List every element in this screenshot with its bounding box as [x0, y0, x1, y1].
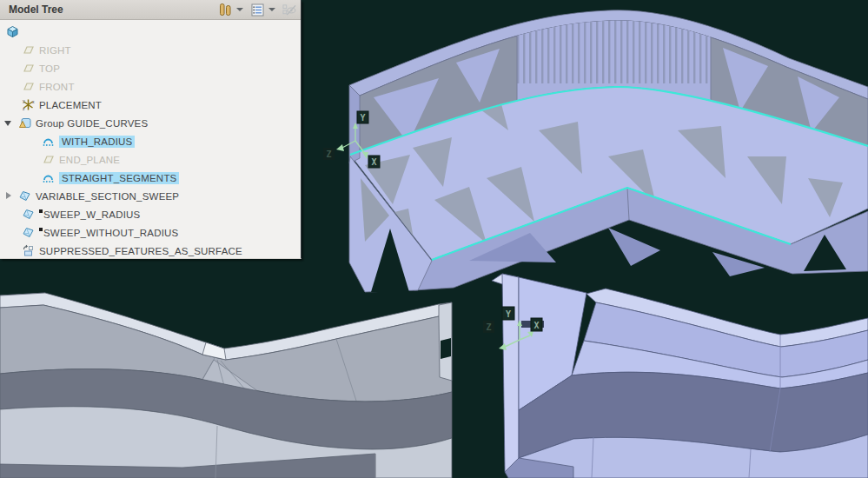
- expander-collapse-icon[interactable]: [3, 118, 13, 128]
- suppressed-feature-icon: [22, 244, 35, 257]
- tree-item-label: TOP: [39, 63, 60, 74]
- tree-settings-button[interactable]: [249, 2, 265, 17]
- tree-item-label: PLACEMENT: [39, 100, 102, 110]
- tree-item-label: WITH_RADIUS: [59, 136, 135, 148]
- tree-root-node[interactable]: [0, 23, 301, 41]
- tree-item-top[interactable]: TOP: [0, 59, 301, 77]
- tree-item-label: SWEEP_WITHOUT_RADIUS: [43, 228, 178, 238]
- tree-item-label: FRONT: [39, 82, 75, 92]
- chevron-down-icon[interactable]: [236, 8, 243, 11]
- sketch-curve-icon: [42, 135, 55, 148]
- axis-label-x: X: [533, 321, 539, 330]
- tree-item-label: Group GUIDE_CURVES: [36, 118, 148, 129]
- show-hidden-items-icon: [282, 3, 296, 17]
- datum-plane-icon: [22, 62, 35, 75]
- tree-item-sweep-w-radius[interactable]: SWEEP_W_RADIUS: [0, 205, 301, 223]
- axis-label-z: Z: [486, 322, 491, 332]
- tree-item-label: SWEEP_W_RADIUS: [43, 209, 140, 220]
- surface-feature-icon: [18, 189, 31, 202]
- tree-item-label: SUPPRESSED_FEATURES_AS_SURFACE: [39, 246, 242, 256]
- tree-item-sweep-without-radius[interactable]: SWEEP_WITHOUT_RADIUS: [0, 223, 301, 242]
- axis-label-z: Z: [326, 149, 331, 159]
- tree-item-straight-segments[interactable]: STRAIGHT_SEGMENTS: [0, 169, 301, 187]
- part-cube-icon: [6, 25, 19, 38]
- tree-item-variable-section-sweep[interactable]: VARIABLE_SECTION_SWEEP: [0, 187, 301, 205]
- tree-item-end-plane[interactable]: END_PLANE: [0, 150, 301, 169]
- tree-filters-button[interactable]: [217, 2, 233, 17]
- tree-item-right[interactable]: RIGHT: [0, 41, 301, 59]
- tree-item-label: VARIABLE_SECTION_SWEEP: [36, 191, 179, 202]
- group-icon: [18, 116, 31, 129]
- panel-title: Model Tree: [9, 3, 63, 16]
- axis-label-y: Y: [360, 113, 365, 123]
- svg-text:x: x: [32, 99, 35, 104]
- feature-note-marker: [39, 228, 43, 231]
- tree-item-with-radius[interactable]: WITH_RADIUS: [0, 132, 301, 150]
- tree-item-label: END_PLANE: [59, 155, 120, 165]
- model-tree-panel: Model Tree: [0, 0, 301, 259]
- surface-feature-icon: [22, 208, 35, 221]
- feature-note-marker: [39, 209, 43, 213]
- datum-plane-icon: [22, 43, 35, 56]
- datum-plane-icon: [42, 153, 55, 166]
- show-hidden-items-button: [282, 2, 297, 17]
- model-tree: RIGHT TOP FRONT x y z PLACE: [0, 20, 301, 260]
- expander-expand-icon[interactable]: [3, 191, 13, 201]
- axis-label-y: Y: [506, 309, 511, 319]
- sketch-curve-icon: [42, 171, 55, 184]
- tree-item-placement[interactable]: x y z PLACEMENT: [0, 96, 301, 114]
- tree-filters-icon: [219, 3, 232, 17]
- chevron-down-icon[interactable]: [268, 8, 275, 11]
- model-tree-header: Model Tree: [0, 0, 301, 20]
- datum-plane-icon: [22, 80, 35, 93]
- tree-item-front[interactable]: FRONT: [0, 77, 301, 96]
- tree-item-group-guide-curves[interactable]: Group GUIDE_CURVES: [0, 114, 301, 132]
- tree-item-suppressed-features[interactable]: SUPPRESSED_FEATURES_AS_SURFACE: [0, 242, 301, 260]
- surface-feature-icon: [22, 226, 35, 239]
- tree-item-label: STRAIGHT_SEGMENTS: [59, 172, 179, 184]
- tree-item-label: RIGHT: [39, 45, 71, 56]
- tree-columns-settings-icon: [251, 3, 264, 17]
- axis-label-x: X: [371, 157, 376, 167]
- coordinate-system-icon: x y z: [22, 98, 35, 111]
